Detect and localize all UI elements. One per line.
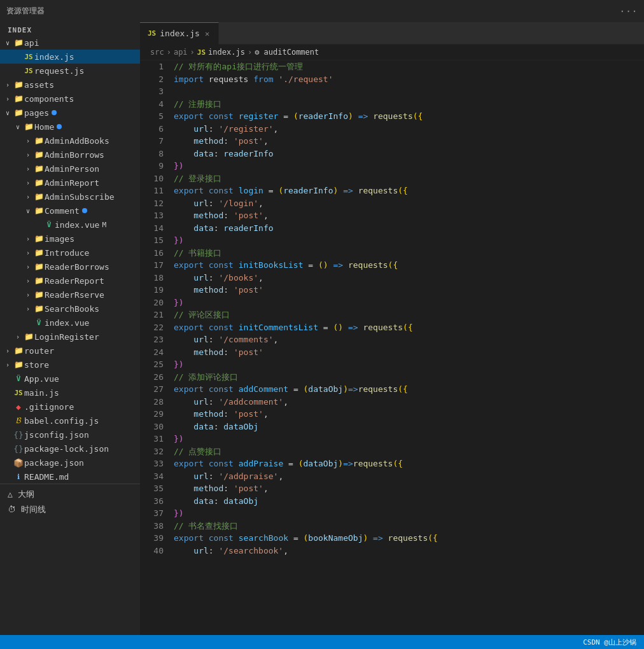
- sidebar-item-adminborrows[interactable]: › 📁 AdminBorrows: [0, 148, 140, 162]
- tab-js-icon: JS: [148, 29, 156, 38]
- folder-icon: 📁: [23, 122, 34, 131]
- sidebar-item-api[interactable]: ∨ 📁 api: [0, 36, 140, 50]
- sidebar-item-adminperson[interactable]: › 📁 AdminPerson: [0, 162, 140, 176]
- sidebar-item-babel[interactable]: 𝓑 babel.config.js: [0, 414, 140, 428]
- code-line: url: '/books',: [174, 272, 639, 284]
- sidebar-item-readerrserve[interactable]: › 📁 ReaderRserve: [0, 288, 140, 302]
- sidebar-item-package-lock[interactable]: {} package-lock.json: [0, 442, 140, 456]
- sidebar-item-label: jsconfig.json: [24, 430, 89, 440]
- sidebar-item-index-js[interactable]: JS index.js: [0, 50, 140, 64]
- folder-icon: 📁: [33, 150, 45, 159]
- code-line: method: 'post': [174, 346, 639, 359]
- modified-badge: [82, 208, 87, 213]
- code-line: export const searchBook = (bookNameObj) …: [174, 532, 639, 545]
- code-line: }): [174, 358, 639, 371]
- code-line: }): [174, 433, 639, 445]
- tab-index-js[interactable]: JS index.js ✕: [140, 22, 219, 45]
- git-icon: ◆: [13, 402, 24, 412]
- sidebar-item-label: Introduce: [45, 248, 89, 258]
- sidebar-item-readerborrows[interactable]: › 📁 ReaderBorrows: [0, 260, 140, 274]
- readme-icon: ℹ: [13, 473, 24, 481]
- more-options-button[interactable]: ···: [619, 5, 638, 17]
- folder-icon: 📁: [33, 290, 45, 299]
- folder-icon: 📁: [13, 108, 24, 117]
- js-icon: JS: [13, 389, 24, 397]
- sidebar-item-comment[interactable]: ∨ 📁 Comment: [0, 204, 140, 218]
- sidebar-item-pages[interactable]: ∨ 📁 pages: [0, 106, 140, 120]
- sidebar-item-comment-index-vue[interactable]: V̈ index.vue M: [0, 218, 140, 232]
- timeline-label: ⏱ 时间线: [8, 504, 46, 515]
- breadcrumb-sep3: ›: [248, 48, 252, 57]
- sidebar-item-label: LoginRegister: [34, 332, 99, 342]
- code-line: import requests from './request': [174, 73, 639, 86]
- code-line: data: dataObj: [174, 421, 639, 433]
- sidebar-timeline-item[interactable]: ⏱ 时间线: [0, 502, 140, 517]
- sidebar: INDEX ∨ 📁 api JS index.js JS request.js …: [0, 22, 140, 635]
- arrow-icon: ›: [23, 291, 33, 298]
- code-content[interactable]: // 对所有的api接口进行统一管理import requests from '…: [169, 60, 644, 635]
- sidebar-item-label: ReaderReport: [45, 276, 104, 286]
- code-line: // 登录接口: [174, 172, 639, 185]
- code-line: export const addPraise = (dataObj)=>requ…: [174, 457, 639, 470]
- sidebar-item-package[interactable]: 📦 package.json: [0, 456, 140, 470]
- breadcrumb-function: ⚙ auditComment: [255, 48, 319, 57]
- sidebar-item-label: AdminReport: [45, 178, 99, 188]
- sidebar-item-adminsubscribe[interactable]: › 📁 AdminSubscribe: [0, 190, 140, 204]
- code-line: // 评论区接口: [174, 309, 639, 321]
- sidebar-item-label: package-lock.json: [24, 444, 109, 454]
- code-line: export const register = (readerInfo) => …: [174, 110, 639, 123]
- sidebar-item-label: AdminBorrows: [45, 150, 104, 160]
- sidebar-item-main-js[interactable]: JS main.js: [0, 386, 140, 400]
- breadcrumb-sep2: ›: [190, 48, 195, 57]
- sidebar-item-adminaddbooks[interactable]: › 📁 AdminAddBooks: [0, 134, 140, 148]
- sidebar-item-loginregister[interactable]: › 📁 LoginRegister: [0, 330, 140, 344]
- sidebar-item-label: SearchBooks: [45, 304, 99, 314]
- code-line: export const addComment = (dataObj)=>req…: [174, 383, 639, 396]
- sidebar-item-request-js[interactable]: JS request.js: [0, 64, 140, 78]
- sidebar-item-components[interactable]: › 📁 components: [0, 92, 140, 106]
- sidebar-item-introduce[interactable]: › 📁 Introduce: [0, 246, 140, 260]
- breadcrumb-file: index.js: [208, 48, 245, 57]
- arrow-icon: ›: [3, 81, 13, 88]
- sidebar-item-store[interactable]: › 📁 store: [0, 358, 140, 372]
- code-line: // 注册接口: [174, 98, 639, 111]
- sidebar-outline-item[interactable]: △ 大纲: [0, 487, 140, 502]
- arrow-icon: ∨: [3, 39, 13, 46]
- breadcrumb: src › api › JS index.js › ⚙ auditComment: [140, 45, 644, 60]
- sidebar-item-images[interactable]: › 📁 images: [0, 232, 140, 246]
- sidebar-item-router[interactable]: › 📁 router: [0, 344, 140, 358]
- vue-icon: V̈: [13, 375, 24, 383]
- arrow-icon: ›: [23, 305, 33, 312]
- arrow-icon: ›: [23, 165, 33, 172]
- sidebar-item-readme[interactable]: ℹ README.md: [0, 470, 140, 484]
- code-line: export const login = (readerInfo) => req…: [174, 185, 639, 197]
- folder-icon: 📁: [13, 38, 24, 47]
- breadcrumb-js-icon: JS: [197, 48, 206, 57]
- arrow-icon: ›: [23, 263, 33, 270]
- sidebar-item-label: README.md: [24, 472, 69, 482]
- code-line: url: '/addcomment',: [174, 396, 639, 408]
- folder-icon: 📁: [33, 262, 45, 271]
- vue-icon: V̈: [43, 221, 55, 229]
- code-editor[interactable]: 1234567891011121314151617181920212223242…: [140, 60, 644, 635]
- sidebar-item-adminreport[interactable]: › 📁 AdminReport: [0, 176, 140, 190]
- code-line: }): [174, 160, 639, 172]
- sidebar-item-home-index-vue[interactable]: V̈ index.vue: [0, 316, 140, 330]
- sidebar-item-label: Home: [34, 122, 54, 132]
- sidebar-item-label: components: [24, 94, 74, 104]
- code-line: url: '/register',: [174, 123, 639, 136]
- js-icon: JS: [23, 53, 34, 61]
- sidebar-item-readerreport[interactable]: › 📁 ReaderReport: [0, 274, 140, 288]
- sidebar-item-label: index.vue: [55, 220, 99, 230]
- sidebar-item-searchbooks[interactable]: › 📁 SearchBooks: [0, 302, 140, 316]
- sidebar-item-app-vue[interactable]: V̈ App.vue: [0, 372, 140, 386]
- sidebar-item-label: package.json: [24, 458, 84, 468]
- arrow-icon: ∨: [23, 207, 33, 214]
- tab-close-button[interactable]: ✕: [204, 28, 211, 39]
- sidebar-item-home[interactable]: ∨ 📁 Home: [0, 120, 140, 134]
- folder-icon: 📁: [23, 332, 34, 341]
- sidebar-item-assets[interactable]: › 📁 assets: [0, 78, 140, 92]
- sidebar-item-jsconfig[interactable]: {} jsconfig.json: [0, 428, 140, 442]
- sidebar-item-gitignore[interactable]: ◆ .gitignore: [0, 400, 140, 414]
- arrow-icon: ›: [13, 333, 23, 340]
